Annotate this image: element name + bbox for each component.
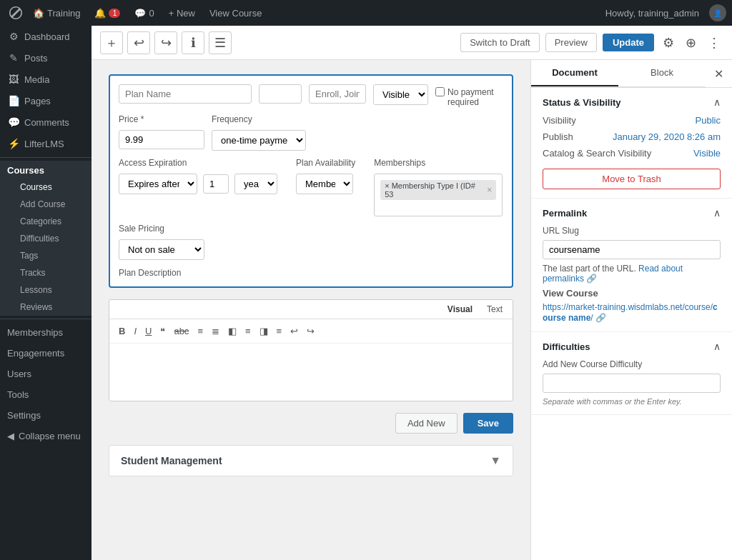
tab-block[interactable]: Block [618, 60, 706, 86]
sidebar-item-settings[interactable]: Settings [0, 405, 92, 426]
no-payment-checkbox[interactable] [435, 87, 445, 96]
membership-tag-remove[interactable]: × [487, 185, 492, 195]
italic-button[interactable]: I [130, 324, 140, 339]
sidebar-item-dashboard[interactable]: ⚙ Dashboard [0, 26, 92, 47]
redo-button[interactable]: ↪ [154, 31, 177, 54]
align-justify-button[interactable]: ≡ [273, 324, 286, 339]
sale-pricing-select[interactable]: Not on sale [119, 239, 204, 260]
sidebar-item-add-course[interactable]: Add Course [0, 196, 92, 213]
notification-count: 1 [109, 9, 120, 18]
tab-visual[interactable]: Visual [443, 303, 477, 316]
expires-after-select[interactable]: Expires after [119, 174, 197, 194]
sidebar-item-lessons[interactable]: Lessons [0, 281, 92, 299]
plan-availability-col: Plan Availability Member [296, 158, 355, 194]
wp-logo[interactable] [6, 0, 26, 26]
update-button[interactable]: Update [603, 34, 654, 51]
share-button[interactable]: ⊕ [683, 32, 699, 54]
media-icon: 🖼 [7, 74, 20, 85]
adminbar-comments[interactable]: 💬 0 [127, 0, 161, 26]
adminbar-view-course[interactable]: View Course [202, 0, 269, 26]
sidebar-item-media[interactable]: 🖼 Media [0, 69, 92, 90]
text-editor-area: Visual Text B I U ❝ abc ≡ ≣ ◧ ≡ ◨ [109, 299, 513, 401]
sidebar-item-courses[interactable]: Courses [0, 179, 92, 196]
redo-text-button[interactable]: ↪ [303, 324, 318, 339]
switch-draft-button[interactable]: Switch to Draft [460, 33, 540, 52]
lifterLMS-label: LifterLMS [24, 139, 64, 149]
sidebar-item-engagements[interactable]: Engagements [0, 343, 92, 364]
preview-button[interactable]: Preview [545, 33, 597, 52]
sidebar-item-lifterLMS[interactable]: ⚡ LifterLMS [0, 133, 92, 154]
difficulties-header: Difficulties ∧ [543, 341, 721, 352]
sidebar-item-memberships[interactable]: Memberships [0, 322, 92, 343]
list-view-button[interactable]: ☰ [209, 31, 232, 54]
status-visibility-section: Status & Visibility ∧ Visibility Public … [531, 88, 732, 199]
plan-enroll-col [309, 84, 366, 104]
frequency-select[interactable]: one-time payme [212, 130, 306, 151]
difficulties-toggle[interactable]: ∧ [713, 341, 721, 352]
wp-content: ＋ ↩ ↪ ℹ ☰ Switch to Draft Preview Update… [92, 26, 732, 560]
save-plan-button[interactable]: Save [463, 413, 513, 434]
move-trash-button[interactable]: Move to Trash [543, 169, 721, 189]
sidebar-item-comments[interactable]: 💬 Comments [0, 111, 92, 133]
plan-price-mini-input[interactable] [259, 84, 302, 104]
plan-no-payment-col: No payment required [435, 84, 503, 107]
plan-name-input[interactable] [119, 84, 252, 104]
plan-visible-select[interactable]: Visible [373, 84, 428, 105]
view-course-link[interactable]: https://market-training.wisdmlabs.net/co… [543, 302, 718, 323]
sidebar-item-tools[interactable]: Tools [0, 384, 92, 405]
sidebar-item-tracks[interactable]: Tracks [0, 264, 92, 281]
permalink-title: Permalink [543, 208, 587, 219]
strikethrough-button[interactable]: abc [170, 324, 192, 339]
difficulty-input[interactable] [543, 374, 721, 393]
price-input[interactable] [119, 130, 204, 149]
sidebar-item-tags[interactable]: Tags [0, 247, 92, 264]
publish-label: Publish [543, 131, 573, 142]
courses-section-header[interactable]: Courses [0, 161, 92, 179]
student-management[interactable]: Student Management ▼ [109, 445, 513, 476]
adminbar-notifications[interactable]: 🔔 1 [87, 0, 127, 26]
align-left-button[interactable]: ◧ [224, 324, 240, 339]
adminbar-site[interactable]: 🏠 Training [26, 0, 87, 26]
visibility-value[interactable]: Public [696, 115, 721, 126]
publish-value[interactable]: January 29, 2020 8:26 am [613, 131, 721, 142]
info-button[interactable]: ℹ [182, 31, 204, 54]
no-payment-label: No payment required [435, 87, 503, 107]
tab-text[interactable]: Text [483, 303, 507, 316]
plan-availability-select[interactable]: Member [296, 174, 353, 194]
expiry-number-input[interactable] [203, 174, 229, 194]
adminbar-greeting[interactable]: Howdy, training_admin [598, 8, 706, 19]
blockquote-button[interactable]: ❝ [157, 324, 169, 339]
align-right-button[interactable]: ◨ [256, 324, 272, 339]
sidebar-item-posts[interactable]: ✎ Posts [0, 47, 92, 69]
align-center-button[interactable]: ≡ [242, 324, 254, 339]
permalink-toggle[interactable]: ∧ [713, 207, 721, 219]
tab-document[interactable]: Document [531, 60, 618, 86]
settings-gear-button[interactable]: ⚙ [660, 32, 677, 54]
catalog-search-value[interactable]: Visible [693, 148, 721, 159]
status-visibility-toggle[interactable]: ∧ [713, 96, 721, 108]
undo-button[interactable]: ↩ [127, 31, 150, 54]
sidebar-item-reviews[interactable]: Reviews [0, 299, 92, 316]
more-options-button[interactable]: ⋮ [705, 32, 723, 54]
add-block-button[interactable]: ＋ [100, 31, 123, 54]
add-new-plan-button[interactable]: Add New [395, 413, 458, 434]
sidebar-item-collapse[interactable]: ◀ Collapse menu [0, 426, 92, 446]
underline-button[interactable]: U [142, 324, 155, 339]
ordered-list-button[interactable]: ≣ [208, 324, 223, 339]
undo-text-button[interactable]: ↩ [287, 324, 302, 339]
memberships-box[interactable]: × Membership Type I (ID# 53 × [374, 174, 503, 216]
plan-description-label: Plan Description [119, 268, 181, 278]
sidebar-item-categories[interactable]: Categories [0, 213, 92, 230]
url-slug-input[interactable] [543, 240, 721, 259]
sidebar-close-button[interactable]: ✕ [706, 61, 732, 86]
unordered-list-button[interactable]: ≡ [194, 324, 207, 339]
adminbar-new[interactable]: + New [162, 0, 202, 26]
plan-enroll-input[interactable] [309, 84, 366, 104]
permalink-header: Permalink ∧ [543, 207, 721, 219]
expiry-unit-select[interactable]: year [234, 174, 277, 194]
text-content-area[interactable] [109, 344, 513, 401]
sidebar-item-users[interactable]: Users [0, 364, 92, 384]
sidebar-item-difficulties[interactable]: Difficulties [0, 230, 92, 247]
bold-button[interactable]: B [115, 324, 129, 339]
sidebar-item-pages[interactable]: 📄 Pages [0, 90, 92, 111]
